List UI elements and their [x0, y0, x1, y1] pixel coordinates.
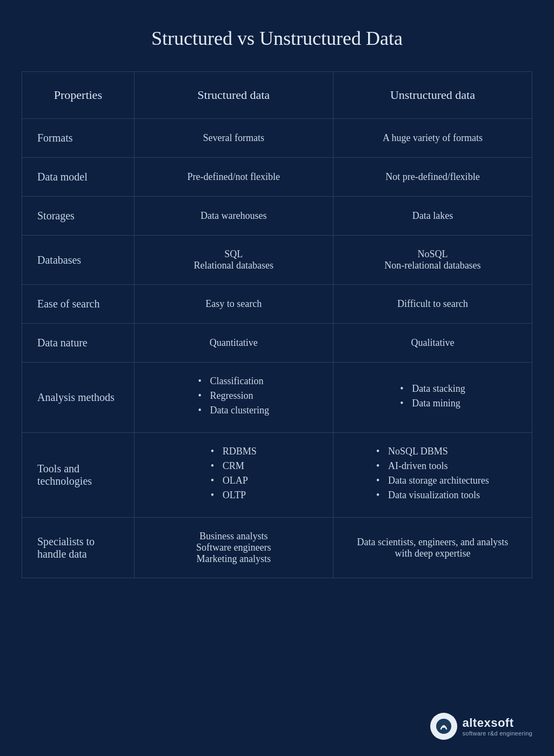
unstructured-value: Data lakes	[333, 197, 532, 236]
page-title: Structured vs Unstructured Data	[22, 27, 532, 50]
list-item: Data storage architectures	[376, 475, 489, 486]
structured-value: Pre-defined/not flexible	[134, 158, 333, 197]
property-label: Formats	[22, 119, 135, 158]
structured-value: RDBMS CRM OLAP OLTP	[134, 433, 333, 518]
header-properties: Properties	[22, 72, 135, 119]
page-container: Structured vs Unstructured Data Properti…	[0, 0, 554, 756]
header-unstructured: Unstructured data	[333, 72, 532, 119]
table-row: Analysis methods Classification Regressi…	[22, 363, 532, 433]
logo-area: altexsoft software r&d engineering	[430, 713, 533, 740]
table-row: Data nature Quantitative Qualitative	[22, 324, 532, 363]
logo-icon	[430, 713, 457, 740]
list-item: Data mining	[400, 398, 465, 409]
list-item: Data visualization tools	[376, 490, 489, 501]
list-item: NoSQL DBMS	[376, 446, 489, 457]
unstructured-value: NoSQLNon-relational databases	[333, 236, 532, 285]
structured-value: SQLRelational databases	[134, 236, 333, 285]
list-item: Data stacking	[400, 383, 465, 394]
table-row: Ease of search Easy to search Difficult …	[22, 285, 532, 324]
property-label: Tools andtechnologies	[22, 433, 135, 518]
bullet-list: Classification Regression Data clusterin…	[198, 376, 269, 419]
logo-name: altexsoft	[463, 716, 533, 730]
structured-value: Quantitative	[134, 324, 333, 363]
unstructured-value: Qualitative	[333, 324, 532, 363]
bullet-list: RDBMS CRM OLAP OLTP	[211, 446, 257, 504]
structured-value: Classification Regression Data clusterin…	[134, 363, 333, 433]
comparison-table: Properties Structured data Unstructured …	[22, 71, 532, 578]
list-item: OLAP	[211, 475, 257, 486]
property-label: Data nature	[22, 324, 135, 363]
unstructured-value: NoSQL DBMS AI-driven tools Data storage …	[333, 433, 532, 518]
table-row: Formats Several formats A huge variety o…	[22, 119, 532, 158]
table-row: Data model Pre-defined/not flexible Not …	[22, 158, 532, 197]
property-label: Databases	[22, 236, 135, 285]
table-row: Databases SQLRelational databases NoSQLN…	[22, 236, 532, 285]
unstructured-value: Not pre-defined/flexible	[333, 158, 532, 197]
altexsoft-logo-svg	[436, 718, 452, 734]
list-item: Regression	[198, 390, 269, 402]
table-row: Specialists tohandle data Business analy…	[22, 518, 532, 578]
table-header-row: Properties Structured data Unstructured …	[22, 72, 532, 119]
list-item: RDBMS	[211, 446, 257, 457]
list-item: CRM	[211, 460, 257, 472]
property-label: Ease of search	[22, 285, 135, 324]
bullet-list: Data stacking Data mining	[400, 383, 465, 412]
unstructured-value: A huge variety of formats	[333, 119, 532, 158]
property-label: Specialists tohandle data	[22, 518, 135, 578]
structured-value: Easy to search	[134, 285, 333, 324]
property-label: Storages	[22, 197, 135, 236]
list-item: Data clustering	[198, 405, 269, 416]
list-item: AI-driven tools	[376, 460, 489, 472]
list-item: OLTP	[211, 490, 257, 501]
structured-value: Business analystsSoftware engineersMarke…	[134, 518, 333, 578]
table-row: Storages Data warehouses Data lakes	[22, 197, 532, 236]
header-structured: Structured data	[134, 72, 333, 119]
unstructured-value: Difficult to search	[333, 285, 532, 324]
property-label: Analysis methods	[22, 363, 135, 433]
structured-value: Several formats	[134, 119, 333, 158]
unstructured-value: Data stacking Data mining	[333, 363, 532, 433]
list-item: Classification	[198, 376, 269, 387]
structured-value: Data warehouses	[134, 197, 333, 236]
table-row: Tools andtechnologies RDBMS CRM OLAP OLT…	[22, 433, 532, 518]
property-label: Data model	[22, 158, 135, 197]
logo-tagline: software r&d engineering	[463, 730, 533, 737]
unstructured-value: Data scientists, engineers, and analysts…	[333, 518, 532, 578]
logo-text: altexsoft software r&d engineering	[463, 716, 533, 737]
bullet-list: NoSQL DBMS AI-driven tools Data storage …	[376, 446, 489, 504]
